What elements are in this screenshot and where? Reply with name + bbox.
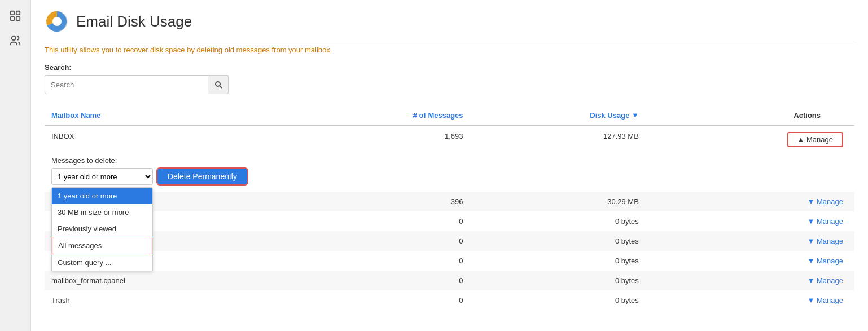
delete-permanently-button[interactable]: Delete Permanently (157, 169, 247, 184)
actions-cell: ▼ Manage (646, 192, 854, 211)
disk-cell: 0 bytes (470, 290, 646, 310)
actions-cell: ▲ Manage (646, 126, 854, 153)
disk-cell: 0 bytes (470, 211, 646, 231)
messages-to-delete-label: Messages to delete: (51, 156, 848, 165)
dropdown-item[interactable]: 1 year old or more (52, 188, 152, 204)
main-content: Email Disk Usage This utility allows you… (31, 0, 868, 331)
manage-button-down[interactable]: ▼ Manage (808, 217, 843, 226)
col-mailbox-name: Mailbox Name (45, 105, 291, 126)
manage-button-down[interactable]: ▼ Manage (808, 276, 843, 285)
table-row: Sent 0 0 bytes ▼ Manage (45, 231, 854, 251)
messages-cell: 0 (291, 231, 470, 251)
mailbox-name-cell: Trash (45, 290, 291, 310)
disk-cell: 0 bytes (470, 231, 646, 251)
manage-button-down[interactable]: ▼ Manage (808, 257, 843, 265)
dropdown-item[interactable]: Custom query ... (52, 254, 152, 271)
sidebar-grid-icon[interactable] (5, 6, 25, 26)
dropdown-item[interactable]: 30 MB in size or more (52, 204, 152, 220)
sidebar (0, 0, 31, 331)
svg-point-4 (12, 36, 16, 40)
actions-cell: ▼ Manage (646, 290, 854, 310)
page-title: Email Disk Usage (76, 13, 192, 30)
search-input[interactable] (45, 75, 208, 94)
sidebar-users-icon[interactable] (5, 30, 25, 51)
manage-button-down[interactable]: ▼ Manage (808, 197, 843, 206)
actions-cell: ▼ Manage (646, 231, 854, 251)
actions-cell: ▼ Manage (646, 251, 854, 271)
search-section: Search: (45, 63, 854, 94)
dropdown-item[interactable]: Previously viewed (52, 220, 152, 237)
delete-select[interactable]: 1 year old or more30 MB in size or moreP… (51, 168, 153, 185)
mailbox-table: Mailbox Name # of Messages Disk Usage ▼ … (45, 105, 854, 310)
disk-cell: 0 bytes (470, 251, 646, 271)
messages-cell: 396 (291, 192, 470, 211)
actions-cell: ▼ Manage (646, 211, 854, 231)
svg-line-8 (220, 86, 222, 89)
col-messages: # of Messages (291, 105, 470, 126)
table-row: Archive 0 0 bytes ▼ Manage (45, 211, 854, 231)
svg-rect-0 (11, 11, 14, 15)
page-icon (45, 9, 69, 34)
disk-cell: 30.29 MB (470, 192, 646, 211)
dropdown-overlay: 1 year old or more30 MB in size or moreP… (51, 187, 153, 271)
svg-point-6 (52, 17, 62, 26)
messages-cell: 0 (291, 271, 470, 290)
select-wrapper: 1 year old or more30 MB in size or moreP… (51, 168, 153, 185)
search-label: Search: (45, 63, 854, 72)
page-header: Email Disk Usage (45, 9, 854, 41)
svg-point-7 (216, 82, 220, 86)
messages-cell: 0 (291, 251, 470, 271)
disk-cell: 127.93 MB (470, 126, 646, 153)
manage-button-down[interactable]: ▼ Manage (808, 237, 843, 245)
messages-cell: 0 (291, 290, 470, 310)
search-icon (214, 81, 222, 89)
dropdown-item[interactable]: All messages (52, 237, 152, 254)
manage-expanded-row: Messages to delete: 1 year old or more30… (45, 153, 854, 192)
col-disk: Disk Usage ▼ (470, 105, 646, 126)
table-header-row: Mailbox Name # of Messages Disk Usage ▼ … (45, 105, 854, 126)
disk-cell: 0 bytes (470, 271, 646, 290)
mailbox-name-cell: mailbox_format.cpanel (45, 271, 291, 290)
messages-cell: 0 (291, 211, 470, 231)
mailbox-name-cell: INBOX (45, 126, 291, 153)
svg-rect-3 (16, 17, 20, 20)
sort-icon: ▼ (632, 111, 639, 120)
manage-expanded-cell: Messages to delete: 1 year old or more30… (45, 153, 854, 192)
table-row: mailbox_format.cpanel 0 0 bytes ▼ Manage (45, 271, 854, 290)
svg-rect-2 (11, 17, 14, 20)
table-row: Trash 0 0 bytes ▼ Manage (45, 290, 854, 310)
actions-cell: ▼ Manage (646, 271, 854, 290)
table-row: Drafts 396 30.29 MB ▼ Manage (45, 192, 854, 211)
col-actions: Actions (646, 105, 854, 126)
table-row: Junk 0 0 bytes ▼ Manage (45, 251, 854, 271)
table-row: INBOX 1,693 127.93 MB ▲ Manage (45, 126, 854, 153)
search-button[interactable] (208, 75, 229, 94)
manage-controls: 1 year old or more30 MB in size or moreP… (51, 168, 848, 185)
manage-button-down[interactable]: ▼ Manage (808, 296, 843, 304)
manage-button-up[interactable]: ▲ Manage (787, 132, 843, 147)
svg-rect-1 (16, 11, 20, 15)
subtitle: This utility allows you to recover disk … (45, 46, 854, 54)
search-row (45, 75, 854, 94)
messages-cell: 1,693 (291, 126, 470, 153)
